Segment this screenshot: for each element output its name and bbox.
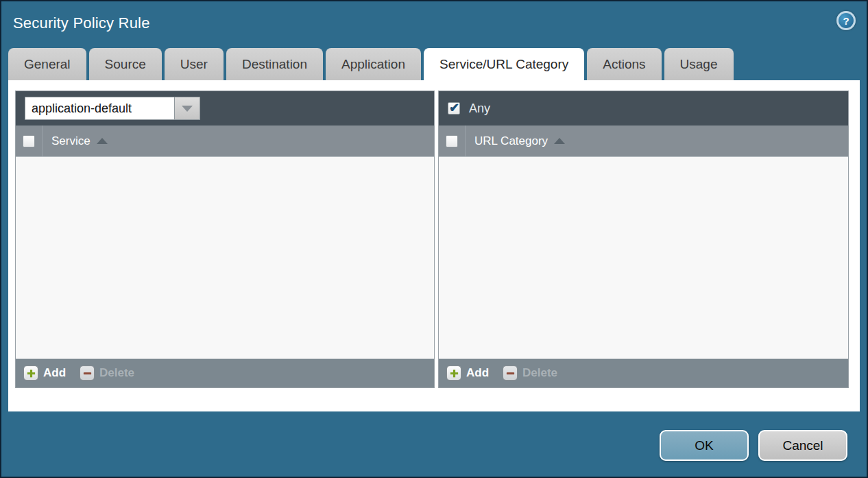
url-category-panel: Any URL Category Add <box>438 91 849 388</box>
url-category-select-all-checkbox[interactable] <box>446 135 458 147</box>
service-panel-header <box>16 91 434 126</box>
tab-actions[interactable]: Actions <box>587 48 661 80</box>
service-panel-footer: Add Delete <box>16 359 434 387</box>
tab-general[interactable]: General <box>8 48 86 80</box>
minus-icon <box>503 366 518 381</box>
tab-user[interactable]: User <box>165 48 224 80</box>
service-list <box>16 157 434 359</box>
any-label: Any <box>469 101 490 116</box>
service-delete-label: Delete <box>99 366 134 380</box>
service-column-header: Service <box>16 126 434 157</box>
url-category-delete-button[interactable]: Delete <box>503 366 557 381</box>
sort-ascending-icon[interactable] <box>97 138 108 144</box>
page-title: Security Policy Rule <box>13 14 150 32</box>
service-type-dropdown-button[interactable] <box>174 97 200 120</box>
chevron-down-icon <box>182 106 193 112</box>
url-category-column-label: URL Category <box>474 134 548 148</box>
url-category-delete-label: Delete <box>522 366 557 380</box>
dialog-buttons: OK Cancel <box>660 430 847 461</box>
tab-content: Service Add Delete <box>8 80 860 411</box>
tab-usage[interactable]: Usage <box>664 48 734 80</box>
plus-icon <box>446 366 461 381</box>
tab-strip: General Source User Destination Applicat… <box>8 48 734 80</box>
sort-ascending-icon[interactable] <box>554 138 565 144</box>
cancel-button[interactable]: Cancel <box>758 430 847 461</box>
tab-service-url-category[interactable]: Service/URL Category <box>424 48 584 80</box>
service-type-dropdown <box>25 97 200 120</box>
service-select-all-checkbox[interactable] <box>23 135 35 147</box>
tab-destination[interactable]: Destination <box>226 48 323 80</box>
url-category-panel-footer: Add Delete <box>439 359 848 387</box>
url-category-select-all-cell <box>439 126 466 156</box>
plus-icon <box>23 366 38 381</box>
service-type-input[interactable] <box>25 97 174 120</box>
tab-source[interactable]: Source <box>89 48 162 80</box>
url-category-column-header: URL Category <box>439 126 848 157</box>
url-category-list <box>439 157 848 359</box>
service-select-all-cell <box>16 126 43 156</box>
security-policy-rule-dialog: Security Policy Rule General Source User… <box>0 0 868 478</box>
title-bar: Security Policy Rule <box>1 1 867 48</box>
service-delete-button[interactable]: Delete <box>80 366 134 381</box>
minus-icon <box>80 366 95 381</box>
service-add-label: Add <box>43 366 66 380</box>
ok-button[interactable]: OK <box>660 430 749 461</box>
tab-application[interactable]: Application <box>326 48 421 80</box>
service-column-label: Service <box>51 134 91 148</box>
url-category-panel-header: Any <box>439 91 848 126</box>
service-add-button[interactable]: Add <box>23 366 66 381</box>
service-panel: Service Add Delete <box>15 91 435 388</box>
any-checkbox[interactable] <box>448 102 460 115</box>
help-icon[interactable] <box>836 11 856 30</box>
url-category-add-button[interactable]: Add <box>446 366 489 381</box>
url-category-add-label: Add <box>466 366 489 380</box>
